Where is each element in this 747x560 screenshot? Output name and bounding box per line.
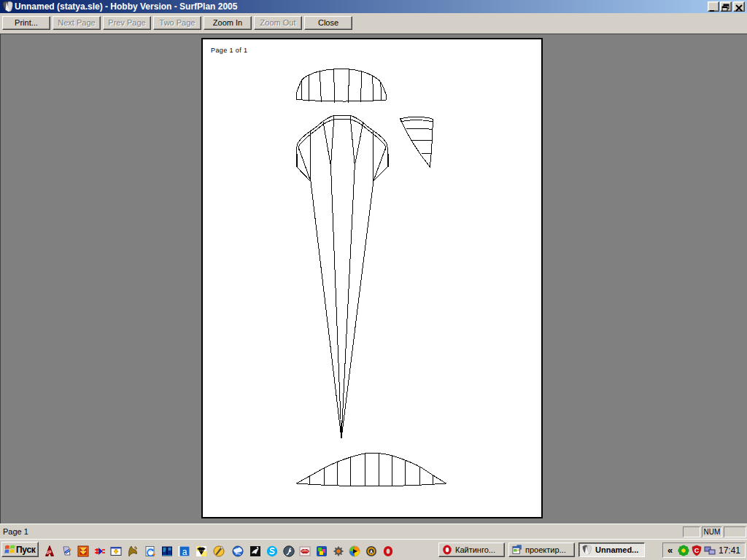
svg-text:a: a	[182, 547, 187, 557]
svg-text:C: C	[694, 547, 700, 554]
